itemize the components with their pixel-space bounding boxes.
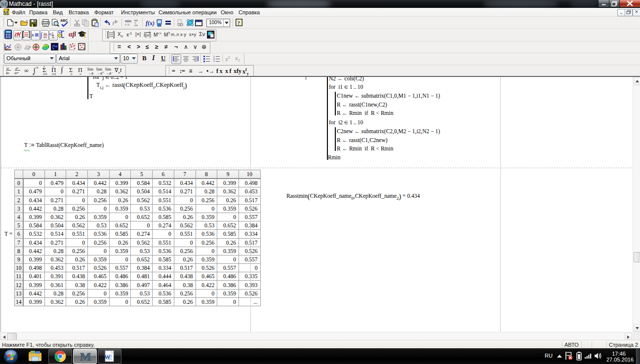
svg-text:lim: lim [87,67,93,72]
svg-text:3: 3 [213,60,215,62]
svg-text:M: M [1,1,7,7]
svg-text:∫: ∫ [40,31,43,39]
svg-text:d: d [7,67,9,71]
svg-text:dx: dx [6,71,10,75]
svg-text:n: n [52,66,54,68]
svg-text:M: M [3,9,8,16]
svg-text:→a⁺: →a⁺ [97,72,104,75]
svg-text:b: b [37,66,39,69]
svg-text:→a: →a [88,72,93,75]
svg-text:n: n [80,73,81,75]
svg-text:M: M [80,350,91,363]
svg-text:x: x [31,32,34,37]
svg-text:n: n [43,66,45,68]
svg-text:dxⁿ: dxⁿ [14,71,19,75]
svg-text:lim: lim [105,67,111,72]
svg-text:n: n [71,73,72,75]
svg-text:Σ: Σ [52,34,54,39]
svg-text:→a⁻: →a⁻ [106,72,113,75]
svg-text:n=1: n=1 [43,73,47,75]
svg-text:W: W [104,353,111,361]
svg-text:f(x): f(x) [146,20,155,27]
svg-text:lim: lim [96,67,102,72]
svg-text:f(H): f(H) [144,33,151,38]
svg-text:αβ: αβ [69,31,76,38]
svg-text:dx: dx [43,35,47,39]
svg-text:n=1: n=1 [52,73,56,75]
svg-text:ABC: ABC [60,19,68,22]
svg-text:dⁿ: dⁿ [15,67,19,71]
svg-text:?: ? [238,20,240,26]
